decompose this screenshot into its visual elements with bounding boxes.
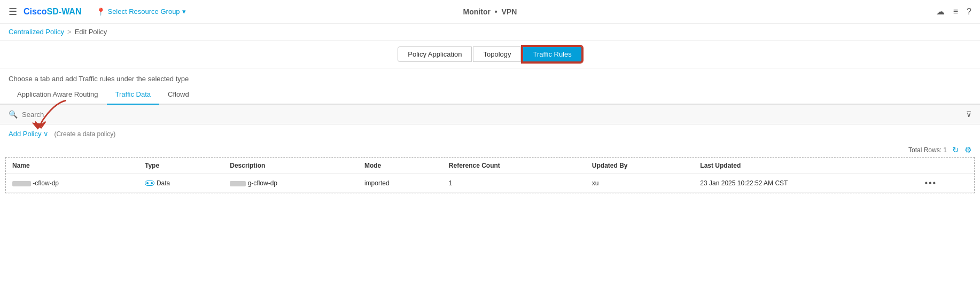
monitor-label: Monitor	[463, 7, 491, 16]
resource-group-label: Select Resource Group	[107, 7, 180, 15]
breadcrumb-link[interactable]: Centralized Policy	[9, 28, 64, 36]
table-row: -cflow-dp Data g-cflow-dp imported 1 xu …	[6, 174, 974, 193]
location-icon: 📍	[96, 7, 105, 16]
col-description: Description	[223, 158, 358, 174]
col-mode: Mode	[358, 158, 442, 174]
cell-description: g-cflow-dp	[223, 174, 358, 193]
data-table: Name Type Description Mode Reference Cou…	[6, 158, 974, 193]
col-reference-count: Reference Count	[442, 158, 586, 174]
col-last-updated: Last Updated	[694, 158, 918, 174]
cloud-icon[interactable]: ☁	[936, 6, 945, 17]
add-policy-button[interactable]: Add Policy ∨	[9, 130, 49, 138]
tab-traffic-data[interactable]: Traffic Data	[107, 85, 159, 105]
cell-name: -cflow-dp	[6, 174, 138, 193]
total-rows-label: Total Rows: 1	[908, 146, 947, 154]
cell-actions: •••	[918, 174, 974, 193]
col-name: Name	[6, 158, 138, 174]
description-blurred	[230, 181, 246, 186]
cell-reference-count: 1	[442, 174, 586, 193]
sub-instruction: Choose a tab and add Traffic rules under…	[0, 68, 980, 85]
tab-cflowd[interactable]: Cflowd	[159, 85, 198, 105]
vpn-label: VPN	[502, 7, 517, 16]
chevron-down-icon: ▾	[182, 7, 186, 15]
name-text: -cflow-dp	[33, 179, 59, 187]
policy-tabs: Policy Application Topology Traffic Rule…	[0, 41, 980, 68]
inner-tabs: Application Aware Routing Traffic Data C…	[0, 85, 980, 105]
tab-policy-application[interactable]: Policy Application	[398, 46, 472, 62]
search-bar-row: 🔍 ⊽	[0, 105, 980, 124]
settings-icon[interactable]: ⚙	[965, 145, 971, 155]
breadcrumb: Centralized Policy > Edit Policy	[0, 23, 980, 41]
logo: Cisco SD-WAN	[24, 7, 81, 17]
search-icon: 🔍	[9, 110, 18, 119]
table-container: Name Type Description Mode Reference Cou…	[5, 157, 975, 193]
type-icon-wrapper: Data	[145, 179, 170, 187]
logo-cisco: Cisco	[24, 7, 47, 17]
resource-group-selector[interactable]: 📍 Select Resource Group ▾	[96, 7, 185, 16]
total-rows-bar: Total Rows: 1 ↻ ⚙	[0, 143, 980, 157]
breadcrumb-separator: >	[67, 28, 72, 36]
tab-traffic-rules[interactable]: Traffic Rules	[522, 46, 582, 62]
help-icon[interactable]: ?	[967, 7, 971, 17]
search-input[interactable]	[22, 111, 966, 119]
col-actions	[918, 158, 974, 174]
tab-topology[interactable]: Topology	[473, 46, 521, 62]
add-policy-label: Add Policy	[9, 130, 41, 138]
col-updated-by: Updated By	[586, 158, 694, 174]
col-type: Type	[138, 158, 223, 174]
cell-last-updated: 23 Jan 2025 10:22:52 AM CST	[694, 174, 918, 193]
page-title: Monitor • VPN	[463, 7, 517, 16]
name-blurred	[12, 181, 31, 186]
type-label: Data	[157, 179, 170, 187]
tab-application-aware-routing[interactable]: Application Aware Routing	[9, 85, 107, 105]
cell-updated-by: xu	[586, 174, 694, 193]
cell-type: Data	[138, 174, 223, 193]
more-options-icon[interactable]: •••	[924, 178, 937, 187]
logo-sdwan: SD-WAN	[47, 7, 82, 17]
filter-icon[interactable]: ⊽	[966, 110, 971, 119]
cell-mode: imported	[358, 174, 442, 193]
separator: •	[495, 7, 497, 16]
add-policy-chevron: ∨	[43, 130, 49, 138]
menu-icon[interactable]: ≡	[953, 7, 958, 17]
nav-right: ☁ ≡ ?	[936, 6, 971, 17]
breadcrumb-current: Edit Policy	[75, 28, 107, 36]
add-policy-row: Add Policy ∨ (Create a data policy)	[0, 124, 980, 143]
nav-left: ☰ Cisco SD-WAN 📍 Select Resource Group ▾	[9, 6, 186, 18]
table-header-row: Name Type Description Mode Reference Cou…	[6, 158, 974, 174]
description-text: g-cflow-dp	[248, 179, 277, 187]
refresh-icon[interactable]: ↻	[952, 145, 959, 155]
hamburger-icon[interactable]: ☰	[9, 6, 17, 18]
top-nav: ☰ Cisco SD-WAN 📍 Select Resource Group ▾…	[0, 0, 980, 23]
add-policy-hint: (Create a data policy)	[54, 130, 115, 138]
link-icon	[145, 181, 154, 186]
